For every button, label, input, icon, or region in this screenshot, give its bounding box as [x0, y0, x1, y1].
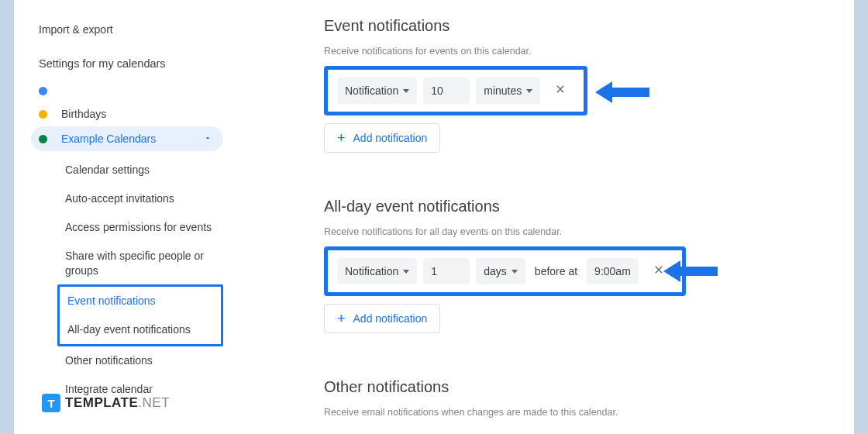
value-field[interactable]: [431, 265, 462, 277]
unit-label: minutes: [484, 84, 522, 97]
notification-time-select[interactable]: 9:00am: [587, 258, 639, 284]
plus-icon: +: [337, 312, 346, 326]
subitem-calendar-settings[interactable]: Calendar settings: [62, 156, 223, 184]
notification-type-label: Notification: [345, 84, 398, 97]
sidebar: Import & export Settings for my calendar…: [14, 0, 223, 434]
caret-down-icon: [512, 270, 518, 274]
section-other-notifications: Other notifications Receive email notifi…: [324, 378, 854, 418]
add-label: Add notification: [353, 132, 428, 144]
sidebar-section-header: Settings for my calendars: [31, 50, 223, 81]
caret-down-icon: [403, 89, 409, 93]
value-field[interactable]: [431, 84, 462, 97]
plus-icon: +: [337, 131, 346, 145]
add-notification-button[interactable]: + Add notification: [324, 123, 440, 153]
before-at-text: before at: [532, 259, 580, 284]
section-title: Other notifications: [324, 378, 854, 396]
notification-unit-select[interactable]: days: [476, 258, 525, 284]
calendar-item-example[interactable]: Example Calendars: [31, 126, 223, 151]
subitem-auto-accept[interactable]: Auto-accept invitations: [62, 184, 223, 213]
subitem-share-people[interactable]: Share with specific people or groups: [62, 242, 223, 285]
add-label: Add notification: [353, 312, 428, 325]
subitem-event-notifications[interactable]: Event notifications: [64, 287, 221, 315]
calendar-dot-icon: [39, 110, 47, 119]
subitem-access-permissions[interactable]: Access permissions for events: [62, 213, 223, 242]
watermark: T TEMPLATE.NET: [42, 394, 170, 412]
calendar-dot-icon: [39, 87, 47, 95]
subitem-other-notifications[interactable]: Other notifications: [62, 346, 223, 375]
section-allday-notifications: All-day event notifications Receive noti…: [324, 198, 854, 333]
notification-unit-select[interactable]: minutes: [476, 78, 540, 104]
chevron-up-icon: [203, 133, 212, 145]
unit-label: days: [484, 265, 507, 277]
section-title: All-day event notifications: [324, 198, 854, 215]
watermark-suffix: .NET: [138, 395, 170, 410]
subitem-allday-notifications[interactable]: All-day event notifications: [64, 315, 221, 344]
caret-down-icon: [403, 270, 409, 274]
notification-value-input[interactable]: [423, 258, 470, 284]
notification-row-highlight: Notification days before at 9:00am: [324, 246, 686, 296]
time-label: 9:00am: [594, 265, 631, 277]
notification-type-label: Notification: [345, 265, 398, 277]
calendar-label: Example Calendars: [61, 133, 156, 145]
section-title: Event notifications: [324, 17, 854, 35]
calendar-label: Birthdays: [61, 108, 106, 120]
main-content: Event notifications Receive notification…: [223, 0, 854, 434]
watermark-logo-icon: T: [42, 394, 60, 412]
calendar-item-birthdays[interactable]: Birthdays: [31, 102, 223, 126]
calendar-item-unnamed[interactable]: [31, 81, 223, 102]
annotation-arrow-icon: [595, 79, 649, 105]
calendar-dot-icon: [39, 135, 47, 143]
notification-type-select[interactable]: Notification: [337, 78, 417, 104]
remove-notification-button[interactable]: [546, 78, 574, 104]
watermark-brand: TEMPLATE: [65, 395, 138, 410]
add-notification-button[interactable]: + Add notification: [324, 304, 440, 333]
notification-row-highlight: Notification minutes: [324, 66, 587, 115]
highlighted-subitems: Event notifications All-day event notifi…: [57, 284, 223, 346]
annotation-arrow-icon: [663, 258, 718, 284]
calendar-subitems: Calendar settings Auto-accept invitation…: [31, 156, 223, 404]
caret-down-icon: [526, 89, 532, 93]
sidebar-import-export[interactable]: Import & export: [31, 19, 223, 50]
section-event-notifications: Event notifications Receive notification…: [324, 17, 854, 153]
section-description: Receive notifications for all day events…: [324, 226, 854, 237]
notification-type-select[interactable]: Notification: [337, 258, 417, 284]
section-description: Receive email notifications when changes…: [324, 407, 854, 418]
section-description: Receive notifications for events on this…: [324, 46, 854, 57]
notification-value-input[interactable]: [423, 78, 470, 104]
